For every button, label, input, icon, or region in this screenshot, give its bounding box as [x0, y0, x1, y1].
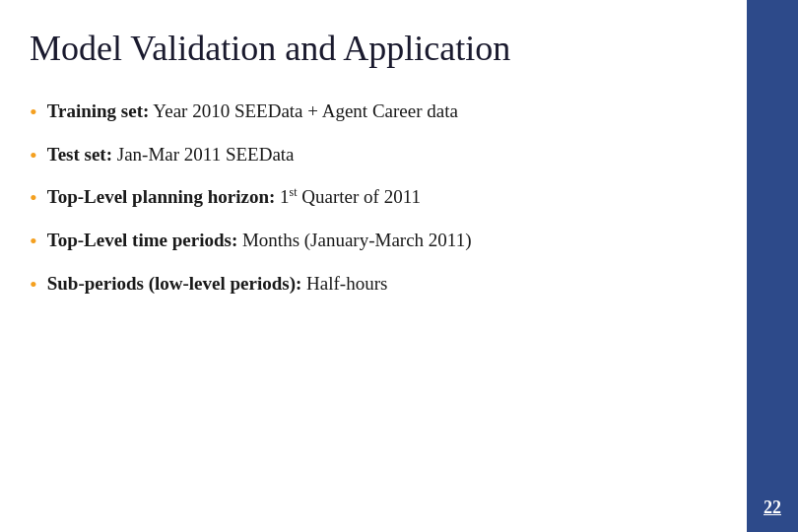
bullet-content: Months (January-March 2011) — [237, 230, 471, 250]
bullet-content: Half-hours — [301, 273, 387, 294]
list-item: • Training set: Year 2010 SEEData + Agen… — [30, 98, 707, 127]
bullet-dot: • — [30, 271, 37, 299]
list-item: • Top-Level planning horizon: 1st Quarte… — [30, 183, 707, 213]
bullet-label: Top-Level planning horizon: — [47, 186, 276, 207]
bullet-label: Test set: — [47, 144, 112, 165]
bullet-text-test: Test set: Jan-Mar 2011 SEEData — [47, 141, 707, 168]
bullet-text-training: Training set: Year 2010 SEEData + Agent … — [47, 98, 707, 125]
main-content: Model Validation and Application • Train… — [0, 0, 747, 532]
list-item: • Test set: Jan-Mar 2011 SEEData — [30, 141, 707, 170]
bullet-dot: • — [30, 228, 37, 256]
bullet-dot: • — [30, 184, 37, 213]
bullet-list: • Training set: Year 2010 SEEData + Agen… — [30, 98, 707, 299]
list-item: • Sub-periods (low-level periods): Half-… — [30, 270, 707, 299]
bullet-content: Year 2010 SEEData + Agent Career data — [149, 100, 458, 121]
bullet-label: Sub-periods (low-level periods): — [47, 273, 302, 294]
slide-container: Model Validation and Application • Train… — [0, 0, 798, 532]
right-sidebar: 22 — [747, 0, 798, 532]
bullet-content-after: Quarter of 2011 — [298, 186, 421, 207]
bullet-text-horizon: Top-Level planning horizon: 1st Quarter … — [47, 183, 707, 211]
bullet-text-subperiods: Sub-periods (low-level periods): Half-ho… — [47, 270, 707, 298]
bullet-text-timeperiods: Top-Level time periods: Months (January-… — [47, 227, 707, 254]
slide-number: 22 — [764, 498, 781, 518]
bullet-content-before: 1 — [275, 186, 289, 207]
bullet-label: Top-Level time periods: — [47, 230, 238, 250]
list-item: • Top-Level time periods: Months (Januar… — [30, 227, 707, 256]
bullet-dot: • — [30, 99, 37, 127]
slide-title: Model Validation and Application — [30, 28, 707, 70]
bullet-dot: • — [30, 142, 37, 170]
bullet-label: Training set: — [47, 100, 150, 121]
bullet-content: Jan-Mar 2011 SEEData — [112, 144, 295, 165]
superscript: st — [290, 185, 298, 199]
